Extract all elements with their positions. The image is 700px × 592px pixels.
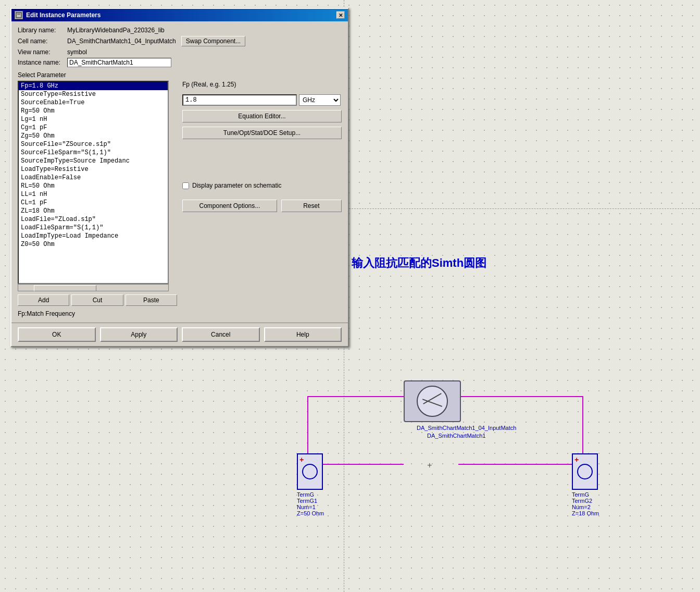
plus-sign: + [299, 456, 304, 464]
component-circle [417, 386, 448, 417]
cut-button[interactable]: Cut [71, 294, 123, 306]
cell-label: Cell name: [18, 38, 67, 45]
action-buttons: OK Apply Cancel Help [11, 323, 348, 346]
equation-editor-button[interactable]: Equation Editor... [182, 110, 342, 122]
param-scrollbar[interactable] [18, 284, 169, 291]
help-button[interactable]: Help [264, 327, 342, 342]
circle-symbol [302, 464, 318, 479]
param-list-container: Fp=1.8 GHzSourceType=ResistiveSourceEnab… [18, 81, 177, 306]
instance-row: Instance name: [18, 58, 342, 67]
scrollbar-thumb [34, 285, 96, 291]
library-row: Library name: MyLibraryWidebandPa_220326… [18, 27, 342, 34]
list-buttons: Add Cut Paste [18, 294, 177, 306]
wire-top-h [307, 396, 404, 397]
param-item-1[interactable]: SourceType=Resistive [19, 90, 168, 98]
cell-value: DA_SmithChartMatch1_04_InputMatch [67, 38, 176, 45]
param-item-15[interactable]: ZL=18 Ohm [19, 207, 168, 215]
main-area: Fp=1.8 GHzSourceType=ResistiveSourceEnab… [18, 81, 342, 306]
view-label: View name: [18, 48, 67, 56]
param-hint: Fp (Real, e.g. 1.25) [182, 81, 342, 88]
cell-row: Cell name: DA_SmithChartMatch1_04_InputM… [18, 36, 342, 46]
select-param-label: Select Parameter [18, 71, 342, 79]
termg1-num: Num=1 [297, 504, 324, 510]
component-label1: DA_SmithChartMatch1_04_InputMatch [417, 425, 516, 431]
schematic-title: 输入阻抗匹配的Simth圆图 [352, 255, 486, 271]
unit-select[interactable]: GHz MHz Hz [299, 94, 341, 106]
param-panel: Fp (Real, e.g. 1.25) GHz MHz Hz Equation… [182, 81, 342, 306]
param-item-9[interactable]: SourceImpType=Source Impedanc [19, 157, 168, 165]
param-item-8[interactable]: SourceFileSparm="S(1,1)" [19, 149, 168, 157]
dialog-content: Library name: MyLibraryWidebandPa_220326… [11, 21, 348, 323]
cross-marker: + [427, 461, 432, 471]
param-listbox[interactable]: Fp=1.8 GHzSourceType=ResistiveSourceEnab… [18, 81, 169, 284]
dashed-line-h1 [344, 208, 700, 209]
da-smith-component [404, 380, 461, 422]
termg1-label: TermG [297, 491, 324, 498]
view-value: symbol [67, 48, 87, 56]
swap-component-button[interactable]: Swap Component... [181, 36, 245, 46]
termg1-z: Z=50 Ohm [297, 510, 324, 516]
termg2-num: Num=2 [572, 504, 599, 510]
fp-description: Fp:Match Frequency [18, 310, 342, 317]
param-item-16[interactable]: LoadFile="ZLoad.s1p" [19, 215, 168, 224]
paste-button[interactable]: Paste [126, 294, 177, 306]
termg2-z: Z=18 Ohm [572, 510, 599, 516]
param-item-5[interactable]: Cg=1 pF [19, 124, 168, 132]
apply-button[interactable]: Apply [100, 327, 178, 342]
plus-sign2: + [574, 456, 579, 464]
param-item-6[interactable]: Zg=50 Ohm [19, 132, 168, 140]
add-button[interactable]: Add [18, 294, 69, 306]
tune-opt-button[interactable]: Tune/Opt/Stat/DOE Setup... [182, 127, 342, 139]
ok-button[interactable]: OK [18, 327, 96, 342]
display-checkbox-row: Display parameter on schematic [182, 182, 342, 189]
param-item-0[interactable]: Fp=1.8 GHz [19, 82, 168, 90]
library-value: MyLibraryWidebandPa_220326_lib [67, 27, 165, 34]
param-item-7[interactable]: SourceFile="ZSource.s1p" [19, 140, 168, 149]
component-label2: DA_SmithChartMatch1 [427, 433, 486, 439]
param-value-input[interactable] [182, 94, 297, 106]
close-button[interactable]: ✕ [336, 11, 345, 19]
bottom-buttons: Component Options... Reset [182, 200, 342, 212]
instance-label: Instance name: [18, 59, 67, 66]
circle-symbol2 [577, 464, 593, 479]
param-item-14[interactable]: CL=1 pF [19, 199, 168, 207]
library-label: Library name: [18, 27, 67, 34]
param-item-11[interactable]: LoadEnable=False [19, 174, 168, 182]
param-item-12[interactable]: RL=50 Ohm [19, 182, 168, 190]
edit-instance-dialog: Edit Instance Parameters ✕ Library name:… [10, 8, 349, 347]
titlebar-left: Edit Instance Parameters [15, 11, 101, 19]
termg2-name: TermG2 [572, 498, 599, 504]
termg1-name: TermG1 [297, 498, 324, 504]
termg2-label: TermG [572, 491, 599, 498]
cancel-button[interactable]: Cancel [182, 327, 260, 342]
param-item-18[interactable]: LoadImpType=Load Impedance [19, 232, 168, 240]
param-value-row: GHz MHz Hz [182, 94, 342, 106]
reset-button[interactable]: Reset [281, 200, 342, 212]
param-item-4[interactable]: Lg=1 nH [19, 115, 168, 124]
wire-top-h2 [458, 396, 583, 397]
component-options-button[interactable]: Component Options... [182, 200, 277, 212]
instance-name-input[interactable] [67, 58, 171, 67]
termg2-component: + TermG TermG2 Num=2 Z=18 Ohm [572, 453, 599, 516]
view-row: View name: symbol [18, 48, 342, 56]
svg-rect-0 [16, 13, 21, 18]
param-item-2[interactable]: SourceEnable=True [19, 98, 168, 107]
termg1-component: + TermG TermG1 Num=1 Z=50 Ohm [297, 453, 324, 516]
param-item-3[interactable]: Rg=50 Ohm [19, 107, 168, 115]
dialog-titlebar: Edit Instance Parameters ✕ [11, 9, 348, 21]
param-item-13[interactable]: LL=1 nH [19, 190, 168, 199]
svg-rect-1 [17, 14, 20, 15]
dialog-title: Edit Instance Parameters [26, 11, 101, 19]
param-item-10[interactable]: LoadType=Resistive [19, 165, 168, 174]
display-checkbox-label: Display parameter on schematic [192, 182, 281, 189]
param-item-17[interactable]: LoadFileSparm="S(1,1)" [19, 224, 168, 232]
wire-bot-h2 [458, 464, 583, 465]
display-checkbox[interactable] [182, 182, 189, 189]
dialog-icon [15, 11, 23, 19]
param-item-19[interactable]: Z0=50 Ohm [19, 240, 168, 249]
